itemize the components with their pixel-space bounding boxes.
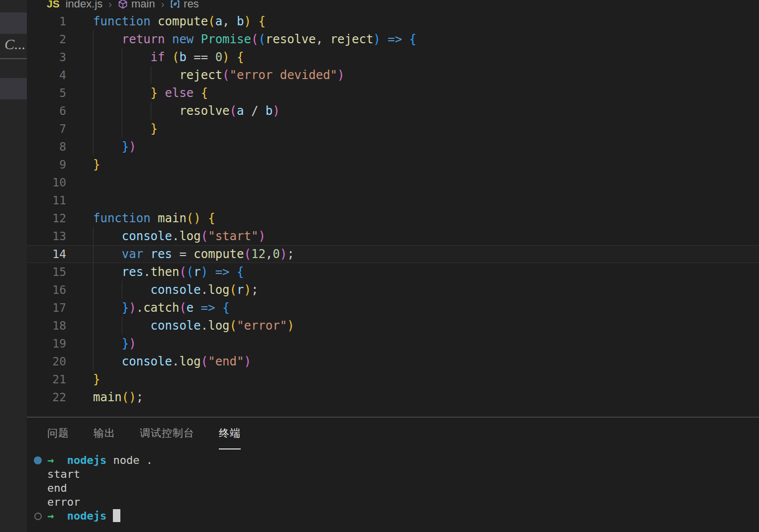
code-line-content [66, 191, 759, 209]
code-line[interactable]: 19 }) [27, 335, 759, 353]
command-decoration-icon[interactable] [34, 456, 42, 464]
sidebar-item-highlight[interactable] [0, 12, 27, 34]
breadcrumb-file[interactable]: JS index.js [47, 0, 102, 10]
indent-guide [93, 246, 94, 263]
indent-guide [93, 48, 94, 66]
code-line-content: console.log("error") [66, 317, 759, 335]
code-line[interactable]: 15 res.then((r) => { [27, 263, 759, 281]
command-decoration-icon[interactable] [34, 513, 42, 520]
code-line[interactable]: 1function compute(a, b) { [27, 12, 759, 30]
editor-area: JS index.js › main › res 1function compu… [27, 0, 759, 532]
code-line-content: function compute(a, b) { [66, 12, 759, 30]
code-line[interactable]: 7 } [27, 120, 759, 138]
code-line[interactable]: 8 }) [27, 138, 759, 156]
line-number: 8 [27, 138, 66, 156]
indent-guide [93, 120, 94, 138]
sidebar-strip: C... [0, 0, 27, 532]
code-line[interactable]: 10 [27, 174, 759, 191]
breadcrumb-file-label: index.js [66, 0, 103, 10]
code-line[interactable]: 14 var res = compute(12,0); [27, 245, 759, 263]
indent-guide [93, 138, 94, 156]
prompt-directory: nodejs [67, 454, 106, 466]
code-line[interactable]: 21} [27, 370, 759, 388]
line-number: 18 [27, 317, 66, 335]
indent-guide [93, 84, 94, 102]
code-line[interactable]: 20 console.log("end") [27, 353, 759, 370]
sidebar-truncated-label[interactable]: C... [4, 36, 26, 53]
indent-guide [93, 102, 94, 120]
line-number: 17 [27, 299, 66, 317]
code-line[interactable]: 9} [27, 156, 759, 174]
line-number: 6 [27, 102, 66, 120]
line-number: 3 [27, 48, 66, 66]
indent-guide [122, 120, 122, 138]
line-number: 15 [27, 263, 66, 281]
indent-guide [93, 227, 94, 245]
code-line[interactable]: 17 }).catch(e => { [27, 299, 759, 317]
breadcrumb-symbol-label: main [131, 0, 155, 10]
indent-guide [122, 66, 122, 84]
indent-guide [93, 66, 94, 84]
line-number: 7 [27, 120, 66, 138]
code-line-content: console.log("start") [66, 227, 759, 245]
panel-tab[interactable]: 输出 [94, 418, 115, 449]
code-line[interactable]: 16 console.log(r); [27, 281, 759, 299]
sidebar-divider [0, 58, 27, 59]
line-number: 16 [27, 281, 66, 299]
symbol-variable-icon [170, 0, 180, 9]
line-number: 11 [27, 191, 66, 209]
indent-guide [93, 30, 94, 48]
indent-guide [93, 281, 94, 299]
code-line[interactable]: 2 return new Promise((resolve, reject) =… [27, 30, 759, 48]
line-number: 12 [27, 209, 66, 227]
code-line-content: if (b == 0) { [66, 48, 759, 66]
code-line-content: main(); [66, 388, 759, 406]
code-line[interactable]: 6 resolve(a / b) [27, 102, 759, 120]
bottom-panel: 问题输出调试控制台终端 → nodejs node .startenderror… [27, 417, 759, 532]
line-number: 10 [27, 174, 66, 191]
code-line-content: }).catch(e => { [66, 299, 759, 317]
code-line-content: console.log("end") [66, 353, 759, 370]
panel-tab[interactable]: 调试控制台 [140, 418, 194, 449]
code-line[interactable]: 13 console.log("start") [27, 227, 759, 245]
code-line-content: resolve(a / b) [66, 102, 759, 120]
chevron-right-icon: › [161, 0, 165, 10]
terminal-line: → nodejs node . [27, 453, 759, 467]
line-number: 13 [27, 227, 66, 245]
code-line[interactable]: 22main(); [27, 388, 759, 406]
line-number: 14 [27, 246, 66, 263]
code-line-content [66, 174, 759, 191]
chevron-right-icon: › [108, 0, 112, 10]
indent-guide [93, 317, 94, 335]
breadcrumb-symbol-main[interactable]: main [118, 0, 155, 10]
indent-guide [122, 317, 122, 335]
panel-tab[interactable]: 问题 [47, 418, 69, 449]
code-line[interactable]: 12function main() { [27, 209, 759, 227]
sidebar-item-highlight[interactable] [0, 78, 27, 99]
code-editor[interactable]: 1function compute(a, b) {2 return new Pr… [27, 12, 759, 406]
code-line-content: var res = compute(12,0); [66, 246, 759, 263]
terminal-line: error [27, 495, 759, 509]
code-line-content: function main() { [66, 209, 759, 227]
line-number: 2 [27, 30, 66, 48]
line-number: 5 [27, 84, 66, 102]
indent-guide [93, 353, 94, 370]
code-line-content: return new Promise((resolve, reject) => … [66, 30, 759, 48]
panel-tabs: 问题输出调试控制台终端 [27, 418, 759, 449]
terminal-line: start [27, 467, 759, 481]
code-line[interactable]: 5 } else { [27, 84, 759, 102]
indent-guide [151, 66, 151, 84]
line-number: 1 [27, 12, 66, 30]
indent-guide [122, 281, 122, 299]
terminal[interactable]: → nodejs node .startenderror→ nodejs [27, 453, 759, 532]
line-number: 21 [27, 370, 66, 388]
code-line[interactable]: 11 [27, 191, 759, 209]
panel-tab[interactable]: 终端 [219, 418, 241, 449]
code-line[interactable]: 3 if (b == 0) { [27, 48, 759, 66]
breadcrumb-symbol-res[interactable]: res [170, 0, 199, 10]
code-line[interactable]: 4 reject("error devided") [27, 66, 759, 84]
terminal-line: → nodejs [27, 509, 759, 523]
js-icon: JS [47, 0, 60, 10]
indent-guide [122, 102, 122, 120]
code-line[interactable]: 18 console.log("error") [27, 317, 759, 335]
